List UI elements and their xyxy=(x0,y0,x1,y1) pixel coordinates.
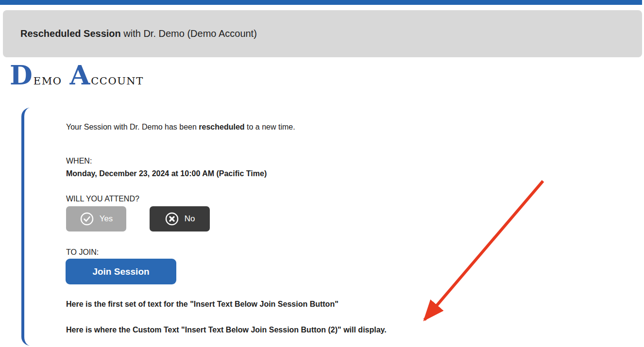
intro-bold: rescheduled xyxy=(199,123,244,131)
check-circle-icon xyxy=(80,212,94,226)
email-subject-banner: Rescheduled Session with Dr. Demo (Demo … xyxy=(3,10,642,57)
red-arrow-line xyxy=(424,181,543,320)
subject-title-bold: Rescheduled Session xyxy=(20,28,121,39)
yes-button[interactable]: Yes xyxy=(66,206,126,231)
intro-suffix: to a new time. xyxy=(245,123,295,131)
tojoin-label: TO JOIN: xyxy=(66,248,99,257)
intro-text: Your Session with Dr. Demo has been resc… xyxy=(66,122,295,132)
when-value: Monday, December 23, 2024 at 10:00 AM (P… xyxy=(66,169,267,179)
no-button[interactable]: No xyxy=(150,206,210,231)
logo-initial-a: A xyxy=(69,62,90,88)
custom-text-below-join-2: Here is where the Custom Text "Insert Te… xyxy=(66,325,387,335)
custom-text-below-join-1: Here is the first set of text for the "I… xyxy=(66,299,339,309)
subject-title-rest: with Dr. Demo (Demo Account) xyxy=(121,28,257,39)
demo-account-logo: D EMO A CCOUNT xyxy=(10,62,144,88)
no-button-label: No xyxy=(185,214,195,224)
join-session-button[interactable]: Join Session xyxy=(66,259,176,284)
intro-prefix: Your Session with Dr. Demo has been xyxy=(66,123,199,131)
email-subject-title: Rescheduled Session with Dr. Demo (Demo … xyxy=(20,28,257,39)
top-accent-bar xyxy=(0,0,642,5)
logo-word2-rest: CCOUNT xyxy=(91,75,143,87)
when-label: WHEN: xyxy=(66,156,92,166)
yes-button-label: Yes xyxy=(100,214,113,224)
logo-initial-d: D xyxy=(10,62,33,88)
blockquote-border xyxy=(21,108,30,346)
x-circle-icon xyxy=(165,212,179,226)
logo-word1-rest: EMO xyxy=(34,75,62,87)
email-preview-page: Rescheduled Session with Dr. Demo (Demo … xyxy=(0,0,644,347)
attend-label: WILL YOU ATTEND? xyxy=(66,194,139,204)
